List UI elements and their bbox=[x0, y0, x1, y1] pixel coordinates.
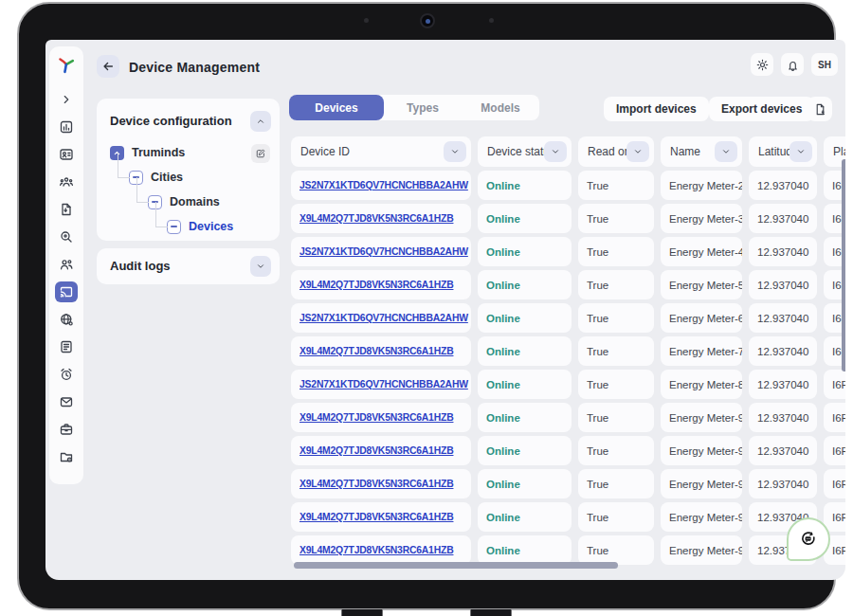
support-chat-button[interactable] bbox=[787, 517, 830, 561]
status-cell: Online bbox=[478, 237, 572, 266]
import-devices-button[interactable]: Import devices bbox=[604, 97, 709, 121]
latitude-cell: 12.937040 bbox=[749, 270, 817, 299]
read-only-cell: True bbox=[578, 270, 654, 299]
column-header-device-status[interactable]: Device status bbox=[478, 136, 572, 167]
status-cell: Online bbox=[478, 469, 572, 498]
table-row: X9L4M2Q7TJD8VK5N3RC6A1HZBOnlineTrueEnerg… bbox=[291, 270, 845, 299]
horizontal-scrollbar[interactable] bbox=[294, 562, 618, 569]
name-cell: Energy Meter-9 bbox=[661, 403, 742, 432]
device-table-body: JS2N7X1KTD6QV7HCNCHBBA2AHWOnlineTrueEner… bbox=[291, 171, 845, 569]
status-cell: Online bbox=[478, 204, 572, 233]
name-cell: Energy Meter-4 bbox=[661, 237, 742, 266]
contact-card-icon[interactable] bbox=[55, 144, 78, 165]
mail-icon[interactable] bbox=[55, 391, 78, 412]
read-only-cell: True bbox=[578, 535, 654, 565]
read-only-cell: True bbox=[578, 171, 654, 200]
device-id-link[interactable]: X9L4M2Q7TJD8VK5N3RC6A1HZB bbox=[291, 403, 471, 432]
chevron-down-icon[interactable] bbox=[444, 141, 466, 162]
latitude-cell: 12.937040 bbox=[749, 370, 817, 399]
file-transfer-icon[interactable] bbox=[55, 199, 78, 220]
back-button[interactable] bbox=[97, 55, 119, 78]
device-id-link[interactable]: X9L4M2Q7TJD8VK5N3RC6A1HZB bbox=[291, 204, 471, 233]
device-id-link[interactable]: X9L4M2Q7TJD8VK5N3RC6A1HZB bbox=[291, 336, 471, 366]
device-id-link[interactable]: JS2N7X1KTD6QV7HCNCHBBA2AHW bbox=[291, 303, 471, 333]
table-row: X9L4M2Q7TJD8VK5N3RC6A1HZBOnlineTrueEnerg… bbox=[291, 403, 845, 432]
view-tabs: Devices Types Models bbox=[289, 95, 539, 120]
place-cell: I6R bbox=[824, 436, 845, 465]
read-only-cell: True bbox=[578, 502, 654, 532]
download-file-button[interactable] bbox=[808, 97, 832, 121]
tab-types[interactable]: Types bbox=[384, 95, 462, 120]
place-cell: I6R bbox=[824, 403, 845, 432]
vertical-scrollbar[interactable] bbox=[842, 159, 845, 371]
bell-icon bbox=[786, 58, 800, 72]
place-cell: I6R bbox=[824, 469, 845, 498]
chevron-down-icon[interactable] bbox=[626, 141, 649, 162]
device-id-link[interactable]: JS2N7X1KTD6QV7HCNCHBBA2AHW bbox=[291, 370, 471, 399]
read-only-cell: True bbox=[578, 403, 654, 432]
page-title: Device Management bbox=[129, 60, 260, 75]
column-header-latitude[interactable]: Latitude bbox=[749, 136, 817, 167]
device-id-link[interactable]: X9L4M2Q7TJD8VK5N3RC6A1HZB bbox=[291, 502, 471, 532]
read-only-cell: True bbox=[578, 436, 654, 465]
column-header-read-only[interactable]: Read only bbox=[578, 136, 654, 167]
device-id-link[interactable]: X9L4M2Q7TJD8VK5N3RC6A1HZB bbox=[291, 469, 471, 498]
table-row: X9L4M2Q7TJD8VK5N3RC6A1HZBOnlineTrueEnerg… bbox=[291, 469, 845, 498]
status-cell: Online bbox=[478, 336, 572, 366]
stand-foot bbox=[341, 609, 383, 616]
table-row: X9L4M2Q7TJD8VK5N3RC6A1HZBOnlineTrueEnerg… bbox=[291, 535, 845, 565]
device-id-link[interactable]: X9L4M2Q7TJD8VK5N3RC6A1HZB bbox=[291, 436, 471, 465]
notifications-button[interactable] bbox=[781, 53, 804, 76]
config-collapse-button[interactable] bbox=[250, 111, 271, 132]
latitude-cell: 12.937040 bbox=[749, 469, 817, 498]
chat-refresh-icon bbox=[798, 529, 819, 550]
chevron-down-icon[interactable] bbox=[715, 141, 737, 162]
chevron-down-icon[interactable] bbox=[544, 141, 567, 162]
tree-node-devices[interactable]: Devices bbox=[167, 214, 233, 239]
status-cell: Online bbox=[478, 270, 572, 299]
status-cell: Online bbox=[478, 436, 572, 465]
global-network-icon[interactable] bbox=[55, 309, 78, 330]
device-id-link[interactable]: JS2N7X1KTD6QV7HCNCHBBA2AHW bbox=[291, 237, 471, 266]
device-search-icon[interactable] bbox=[55, 226, 78, 247]
column-header-name[interactable]: Name bbox=[661, 136, 742, 167]
device-id-link[interactable]: X9L4M2Q7TJD8VK5N3RC6A1HZB bbox=[291, 535, 471, 565]
user-avatar[interactable]: SH bbox=[811, 53, 838, 76]
alarm-clock-icon[interactable] bbox=[55, 364, 78, 385]
settings-button[interactable] bbox=[751, 53, 773, 76]
latitude-cell: 12.937040 bbox=[749, 171, 817, 200]
stand-foot bbox=[470, 609, 512, 616]
name-cell: Energy Meter-9 bbox=[661, 502, 742, 532]
briefcase-icon[interactable] bbox=[55, 419, 78, 440]
proximity-sensor bbox=[489, 18, 494, 23]
export-devices-button[interactable]: Export devices bbox=[709, 97, 814, 121]
device-id-link[interactable]: JS2N7X1KTD6QV7HCNCHBBA2AHW bbox=[291, 171, 471, 200]
latitude-cell: 12.937040 bbox=[749, 237, 817, 266]
cast-icon[interactable] bbox=[55, 281, 78, 302]
status-cell: Online bbox=[478, 171, 572, 200]
read-only-cell: True bbox=[578, 237, 654, 266]
chevron-down-icon[interactable] bbox=[789, 141, 812, 162]
table-row: JS2N7X1KTD6QV7HCNCHBBA2AHWOnlineTrueEner… bbox=[291, 370, 845, 399]
audit-expand-button[interactable] bbox=[250, 256, 271, 277]
name-cell: Energy Meter-6 bbox=[661, 303, 742, 333]
device-id-link[interactable]: X9L4M2Q7TJD8VK5N3RC6A1HZB bbox=[291, 270, 471, 299]
name-cell: Energy Meter-2 bbox=[661, 171, 742, 200]
dashboard-icon[interactable] bbox=[55, 117, 78, 137]
team-icon[interactable] bbox=[55, 172, 78, 192]
tree-collapse-icon[interactable] bbox=[167, 220, 181, 234]
users-icon[interactable] bbox=[55, 254, 78, 275]
tab-models[interactable]: Models bbox=[462, 95, 539, 120]
sidebar-expand-chevron-icon[interactable] bbox=[55, 89, 78, 110]
gear-icon bbox=[755, 58, 770, 72]
device-tree: Truminds Cities Domains Devices bbox=[110, 140, 233, 239]
list-form-icon[interactable] bbox=[55, 336, 78, 357]
status-cell: Online bbox=[478, 370, 572, 399]
status-cell: Online bbox=[478, 303, 572, 333]
folder-sync-icon[interactable] bbox=[55, 446, 78, 467]
column-header-device-id[interactable]: Device ID bbox=[291, 136, 471, 167]
status-cell: Online bbox=[478, 535, 572, 565]
tab-devices[interactable]: Devices bbox=[289, 95, 384, 120]
edit-tree-button[interactable] bbox=[251, 144, 270, 163]
light-sensor bbox=[364, 18, 369, 23]
